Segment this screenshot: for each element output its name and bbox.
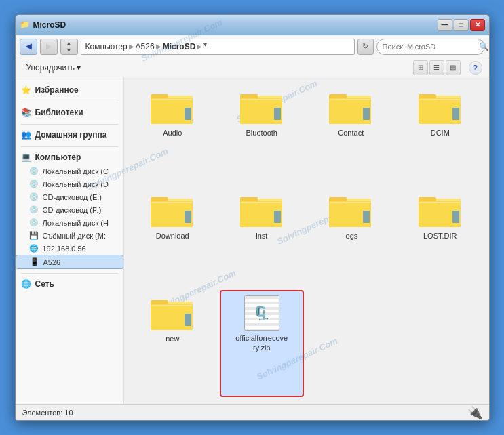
organize-button[interactable]: Упорядочить ▾	[22, 62, 85, 74]
search-icon[interactable]: 🔍	[479, 42, 489, 51]
search-input[interactable]	[383, 43, 476, 51]
sidebar-ip[interactable]: 🌐 192.168.0.56	[16, 242, 123, 255]
sidebar-cd-e[interactable]: 💿 CD-дисковод (E:)	[16, 190, 123, 203]
svg-rect-28	[151, 202, 192, 203]
forward-button[interactable]: ▶	[40, 39, 58, 55]
phone-icon: 📱	[30, 257, 39, 266]
star-icon: ⭐	[21, 85, 31, 95]
file-name: new	[166, 334, 179, 344]
svg-rect-34	[241, 202, 282, 203]
refresh-button[interactable]: ↻	[357, 39, 374, 55]
sidebar-libraries[interactable]: 📚 Библиотеки	[16, 105, 123, 120]
path-microsd[interactable]: MicroSD	[163, 42, 196, 51]
sidebar-computer[interactable]: 💻 Компьютер	[16, 150, 123, 165]
file-grid: Audio	[131, 84, 482, 397]
file-name: Download	[156, 231, 189, 241]
computer-icon: 💻	[21, 152, 31, 162]
maximize-button[interactable]: □	[454, 19, 469, 31]
sidebar-removable-m[interactable]: 💾 Съёмный диск (M:	[16, 229, 123, 242]
favorites-section: ⭐ Избранное	[16, 83, 123, 98]
network-drive-icon: 🌐	[29, 244, 39, 253]
homegroup-section: 👥 Домашняя группа	[16, 127, 123, 142]
sidebar-network[interactable]: 🌐 Сеть	[16, 276, 123, 291]
file-item[interactable]: inst	[220, 187, 304, 285]
toolbar: Упорядочить ▾ ⊞ ☰ ▤ ?	[16, 58, 489, 77]
view-list-button[interactable]: ☰	[429, 60, 444, 75]
network-icon: 🌐	[21, 279, 31, 289]
svg-rect-5	[185, 108, 191, 120]
removable-icon: 💾	[29, 231, 39, 240]
svg-rect-4	[151, 99, 192, 100]
svg-rect-23	[452, 108, 459, 120]
sidebar-favorites[interactable]: ⭐ Избранное	[16, 83, 123, 98]
sidebar-homegroup[interactable]: 👥 Домашняя группа	[16, 127, 123, 142]
folder-icon	[151, 192, 194, 228]
file-item[interactable]: Bluetooth	[220, 84, 304, 182]
folder-icon	[151, 295, 194, 331]
svg-rect-40	[330, 202, 370, 203]
file-name: DCIM	[431, 128, 450, 138]
svg-rect-17	[363, 108, 370, 120]
title-bar: 📁 MicroSD — □ ✕	[16, 15, 489, 35]
file-name: officialforrecovery.zip	[235, 333, 289, 353]
divider-4	[21, 273, 118, 274]
folder-icon	[419, 192, 462, 228]
zip-file-icon: 🗜️	[244, 295, 279, 331]
cd-icon-e: 💿	[29, 192, 39, 201]
cd-icon-f: 💿	[29, 205, 39, 214]
svg-rect-47	[452, 211, 459, 223]
file-item[interactable]: Download	[131, 187, 215, 285]
close-button[interactable]: ✕	[470, 19, 485, 31]
svg-rect-22	[419, 99, 460, 100]
homegroup-icon: 👥	[21, 130, 31, 140]
file-item[interactable]: DCIM	[398, 84, 482, 182]
sidebar-disk-h[interactable]: 💿 Локальный диск (H	[16, 216, 123, 229]
file-name: logs	[344, 231, 357, 241]
network-section: 🌐 Сеть	[16, 276, 123, 291]
status-bar: Элементов: 10 🔌	[16, 404, 489, 420]
file-name: Bluetooth	[246, 128, 277, 138]
folder-icon	[419, 89, 462, 125]
computer-section: 💻 Компьютер 💿 Локальный диск (C 💿 Локаль…	[16, 150, 123, 269]
view-detail-button[interactable]: ▤	[446, 60, 461, 75]
svg-rect-10	[241, 99, 282, 100]
folder-icon	[240, 89, 284, 125]
folder-icon	[329, 89, 372, 125]
folder-icon	[329, 192, 372, 228]
svg-rect-11	[274, 108, 281, 120]
folder-icon	[240, 192, 284, 228]
file-item[interactable]: new	[131, 290, 215, 397]
help-button[interactable]: ?	[469, 61, 482, 75]
file-item[interactable]: LOST.DIR	[398, 187, 482, 285]
sidebar: ⭐ Избранное 📚 Библиотеки 👥 Домашняя груп…	[16, 77, 124, 404]
path-dropdown[interactable]: ▾	[203, 41, 216, 53]
path-computer[interactable]: Компьютер	[85, 42, 128, 51]
file-item[interactable]: Audio	[131, 84, 215, 182]
divider-1	[21, 102, 118, 102]
file-item[interactable]: Contact	[309, 84, 393, 182]
back-button[interactable]: ◀	[20, 39, 37, 55]
svg-rect-53	[185, 314, 191, 326]
sidebar-cd-f[interactable]: 💿 CD-дисковод (F:)	[16, 203, 123, 216]
svg-rect-41	[363, 211, 370, 223]
minimize-button[interactable]: —	[438, 19, 452, 31]
usb-icon: 🔌	[467, 405, 482, 420]
library-icon: 📚	[21, 108, 31, 117]
address-bar: ◀ ▶ ▲▼ Компьютер ▶ A526 ▶ MicroSD ▶ ▾ ↻ …	[16, 35, 489, 58]
sidebar-disk-c[interactable]: 💿 Локальный диск (C	[16, 165, 123, 178]
main-area: ⭐ Избранное 📚 Библиотеки 👥 Домашняя груп…	[16, 77, 489, 404]
file-item[interactable]: 🗜️ officialforrecovery.zip	[220, 290, 304, 397]
svg-rect-46	[419, 202, 460, 203]
window-title: MicroSD	[33, 20, 66, 30]
sidebar-a526[interactable]: 📱 A526	[16, 255, 123, 269]
file-item[interactable]: logs	[309, 187, 393, 285]
file-name: inst	[256, 231, 267, 241]
svg-rect-52	[151, 305, 192, 306]
path-a526[interactable]: A526	[136, 42, 155, 51]
libraries-section: 📚 Библиотеки	[16, 105, 123, 120]
view-grid-button[interactable]: ⊞	[413, 60, 428, 75]
search-box: 🔍	[376, 39, 485, 55]
window-controls: — □ ✕	[438, 19, 485, 31]
sidebar-disk-d[interactable]: 💿 Локальный диск (D	[16, 178, 123, 190]
up-button[interactable]: ▲▼	[60, 39, 78, 55]
